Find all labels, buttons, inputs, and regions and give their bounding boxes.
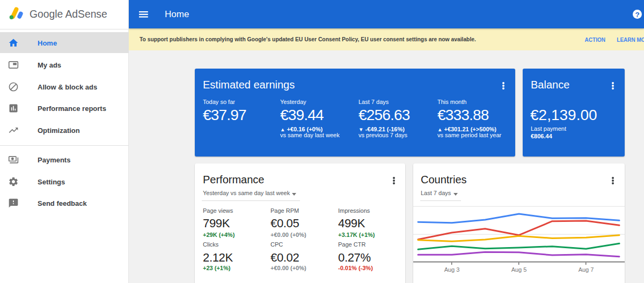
svg-text:Aug 7: Aug 7 bbox=[579, 266, 594, 273]
svg-text:?: ? bbox=[635, 11, 639, 19]
svg-text:Aug 3: Aug 3 bbox=[444, 266, 460, 273]
svg-text:Aug 5: Aug 5 bbox=[511, 266, 527, 273]
